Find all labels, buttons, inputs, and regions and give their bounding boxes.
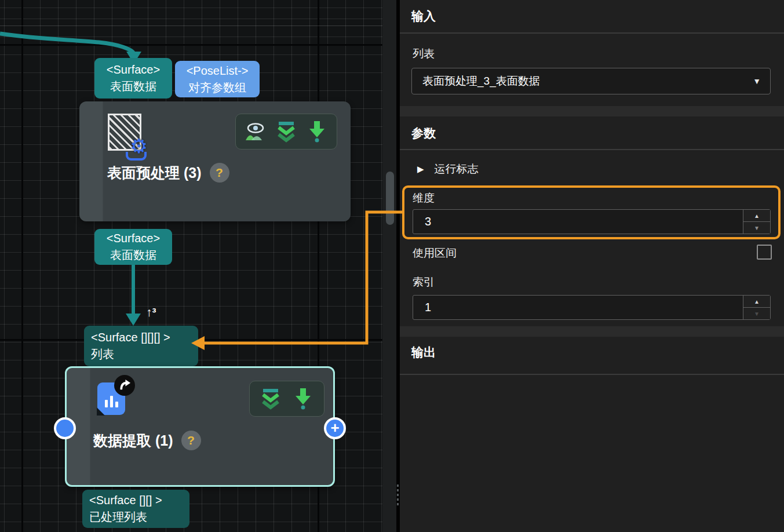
section-separator [400, 326, 784, 337]
chevron-down-icon: ▼ [753, 76, 761, 86]
dimension-increment-button[interactable]: ▲ [743, 210, 770, 222]
add-port-button[interactable]: + [324, 417, 346, 439]
dimension-input[interactable] [413, 210, 743, 234]
curved-arrow-icon [117, 378, 132, 393]
node-data-extract[interactable]: 数据提取 (1) ? + [65, 366, 335, 487]
list-dropdown-value: 表面预处理_3_表面数据 [422, 74, 540, 89]
node-graph-canvas[interactable]: <Surface> 表面数据 <PoseList-> 对齐参数组 ⚙ [0, 0, 382, 532]
index-spinner: ▲ ▼ [413, 295, 771, 320]
port-poselist-input[interactable]: <PoseList-> 对齐参数组 [175, 61, 260, 97]
grid-major-line [21, 0, 23, 532]
double-chevron-down-icon[interactable] [259, 387, 282, 411]
divider [400, 32, 784, 34]
section-header-input: 输入 [411, 8, 436, 24]
wire-multiplicity-annotation: ↑³ [146, 305, 156, 319]
use-interval-checkbox[interactable] [757, 245, 772, 260]
port-label: 表面数据 [94, 247, 172, 264]
index-decrement-button[interactable]: ▼ [743, 308, 770, 319]
node-title: 表面预处理 (3) [107, 163, 202, 183]
doc-fold [97, 407, 105, 416]
dimension-spinner: ▲ ▼ [413, 209, 771, 234]
app-window: <Surface> 表面数据 <PoseList-> 对齐参数组 ⚙ [0, 0, 784, 532]
use-interval-label: 使用区间 [413, 246, 457, 261]
port-label: 列表 [91, 346, 198, 363]
port-label: 已处理列表 [89, 509, 189, 526]
dimension-decrement-button[interactable]: ▼ [743, 222, 770, 234]
run-flags-label: 运行标志 [435, 162, 479, 177]
divider [400, 374, 784, 375]
download-arrow-icon[interactable] [305, 119, 329, 144]
double-chevron-down-icon[interactable] [275, 119, 298, 144]
wire-arrowhead [126, 314, 141, 326]
grid-line [0, 25, 382, 26]
node-surface-preprocess[interactable]: ⚙ [79, 101, 351, 221]
node-title: 数据提取 (1) [93, 431, 173, 450]
port-label: 表面数据 [94, 78, 172, 95]
canvas-scrollbar-track [382, 0, 396, 532]
port-type: <Surface> [94, 61, 172, 78]
port-type: <Surface [][][] > [91, 329, 198, 346]
port-type: <PoseList-> [175, 63, 260, 79]
redo-arrow-badge [114, 375, 135, 396]
port-list-input[interactable]: <Surface [][][] > 列表 [84, 326, 198, 366]
index-input[interactable] [413, 296, 743, 319]
node-action-pill [235, 114, 337, 150]
dimension-field-label: 维度 [413, 191, 435, 206]
index-increment-button[interactable]: ▲ [743, 296, 770, 308]
download-arrow-icon[interactable] [291, 387, 315, 411]
port-surface-input[interactable]: <Surface> 表面数据 [94, 58, 172, 99]
chart-bar [110, 396, 113, 407]
port-label: 对齐参数组 [175, 79, 260, 96]
surface-preprocess-icon: ⚙ [108, 114, 141, 151]
node-input-handle[interactable] [54, 417, 76, 439]
section-header-output: 输出 [411, 344, 436, 360]
visualization-eye-icon[interactable] [244, 119, 267, 144]
canvas-scrollbar-thumb[interactable] [386, 172, 394, 225]
port-type: <Surface> [94, 230, 172, 247]
help-badge[interactable]: ? [210, 163, 229, 183]
splitter-handle[interactable] [397, 484, 399, 505]
list-field-label: 列表 [413, 46, 435, 61]
properties-panel: 输入 列表 表面预处理_3_表面数据 ▼ 参数 ▶ 运行标志 维度 ▲ ▼ 使用… [400, 0, 784, 532]
chart-bar [115, 402, 118, 407]
grid-major-line [0, 44, 382, 46]
chart-bar [105, 400, 108, 407]
section-header-params: 参数 [411, 125, 436, 141]
divider [400, 149, 784, 150]
collapse-arrow-icon: ▶ [417, 164, 424, 174]
port-surface-output[interactable]: <Surface> 表面数据 [94, 229, 172, 265]
port-type: <Surface [][] > [89, 492, 189, 509]
index-field-label: 索引 [413, 275, 435, 290]
bracket-shape [126, 152, 147, 161]
run-flags-collapsible[interactable]: ▶ 运行标志 [417, 162, 479, 177]
section-separator [400, 106, 784, 116]
help-badge[interactable]: ? [181, 431, 201, 450]
node-action-pill [249, 381, 324, 417]
list-dropdown[interactable]: 表面预处理_3_表面数据 ▼ [411, 68, 771, 94]
port-processed-output[interactable]: <Surface [][] > 已处理列表 [82, 490, 189, 528]
